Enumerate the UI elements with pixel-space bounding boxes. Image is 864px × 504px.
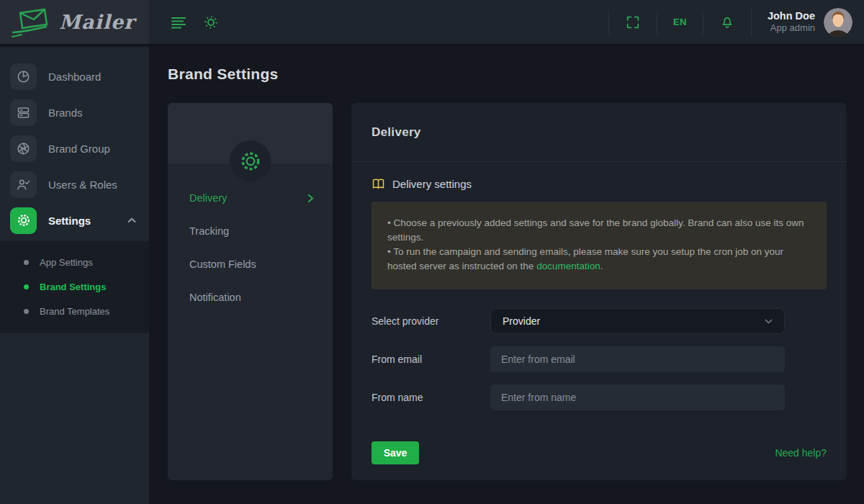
settings-nav-tracking[interactable]: Tracking (168, 215, 333, 248)
logo[interactable]: Mailer (0, 0, 149, 44)
documentation-link[interactable]: documentation (536, 261, 600, 271)
info-note-1: Choose a previously added settings and s… (387, 216, 811, 245)
user-check-icon (10, 171, 37, 198)
delivery-settings-heading: Delivery settings (372, 178, 827, 190)
fullscreen-icon (625, 14, 641, 30)
from-name-row: From name (372, 384, 827, 410)
sidebar-item-users-roles[interactable]: Users & Roles (0, 166, 149, 202)
server-stack-icon (10, 99, 37, 126)
bullet-icon (24, 260, 29, 265)
from-name-input[interactable] (490, 384, 785, 410)
section-title-text: Delivery settings (392, 178, 472, 190)
fullscreen-button[interactable] (608, 10, 657, 35)
info-note-2: To run the campaign and sending emails, … (387, 245, 811, 274)
nav-item-label: Custom Fields (189, 258, 256, 270)
provider-select[interactable]: Provider (490, 308, 785, 334)
provider-selected-value: Provider (503, 315, 765, 327)
sidebar-toggle-button[interactable] (171, 16, 186, 29)
sidebar-item-dashboard[interactable]: Dashboard (0, 58, 149, 94)
from-email-input[interactable] (490, 346, 785, 372)
sidebar: Dashboard Brands (0, 47, 149, 504)
sun-icon (202, 14, 220, 31)
settings-nav-notification[interactable]: Notification (168, 281, 333, 314)
provider-label: Select provider (372, 315, 490, 327)
chevron-up-icon (127, 217, 136, 223)
submenu-item-brand-templates[interactable]: Brand Templates (0, 299, 149, 323)
app-root: Mailer (0, 0, 864, 504)
bell-icon (719, 14, 735, 30)
settings-gear-badge (230, 140, 271, 181)
settings-nav-custom-fields[interactable]: Custom Fields (168, 248, 333, 281)
main-content: Brand Settings Delivery (149, 47, 864, 504)
panel-footer: Save Need help? (372, 441, 827, 464)
sidebar-item-label: Users & Roles (48, 179, 117, 191)
nav-item-label: Tracking (189, 225, 229, 237)
chevron-down-icon (765, 319, 773, 324)
topbar: Mailer (0, 0, 864, 45)
delivery-panel: Delivery Delivery settings Choose a prev… (351, 103, 847, 480)
submenu-item-label: App Settings (40, 257, 93, 268)
user-role: App admin (768, 22, 815, 34)
bullet-icon (24, 284, 29, 289)
submenu-item-brand-settings[interactable]: Brand Settings (0, 274, 149, 299)
need-help-link[interactable]: Need help? (775, 447, 827, 459)
aperture-icon (10, 135, 37, 162)
mailer-envelope-icon (10, 6, 55, 38)
theme-toggle-button[interactable] (202, 14, 220, 31)
bullet-icon (24, 309, 29, 314)
submenu-item-app-settings[interactable]: App Settings (0, 250, 149, 274)
sidebar-item-label: Brand Group (48, 143, 110, 155)
settings-nav-panel: Delivery Tracking Custom Fields Notifica… (168, 103, 333, 480)
user-info: John Doe App admin (768, 9, 815, 34)
avatar[interactable] (824, 8, 852, 37)
user-menu[interactable]: John Doe App admin (751, 8, 852, 37)
settings-nav-list: Delivery Tracking Custom Fields Notifica… (168, 163, 333, 314)
gear-icon (238, 149, 263, 174)
topbar-right: EN John Doe App admin (608, 0, 864, 44)
sidebar-menu: Dashboard Brands (0, 47, 149, 333)
from-email-label: From email (372, 354, 490, 365)
settings-submenu: App Settings Brand Settings Brand Templa… (0, 241, 149, 333)
info-box: Choose a previously added settings and s… (372, 202, 827, 289)
notifications-button[interactable] (703, 10, 751, 35)
pie-chart-icon (10, 63, 37, 90)
hamburger-icon (171, 16, 186, 29)
nav-item-label: Delivery (189, 192, 227, 204)
chevron-right-icon (307, 194, 314, 203)
language-switcher[interactable]: EN (657, 10, 703, 35)
from-name-label: From name (372, 392, 490, 403)
user-name: John Doe (768, 9, 815, 22)
gear-icon (10, 207, 37, 234)
book-icon (372, 178, 385, 190)
note-text: . (600, 261, 603, 271)
delivery-panel-header: Delivery (351, 103, 847, 162)
topbar-left (149, 0, 608, 44)
settings-nav-delivery[interactable]: Delivery (168, 181, 333, 215)
save-button[interactable]: Save (372, 441, 419, 464)
from-email-row: From email (372, 346, 827, 372)
submenu-item-label: Brand Templates (40, 306, 109, 317)
provider-row: Select provider Provider (372, 308, 827, 334)
delivery-form: Select provider Provider From email (372, 308, 827, 410)
language-label: EN (673, 17, 687, 27)
note-text: Choose a previously added settings and s… (387, 217, 804, 243)
sidebar-item-label: Settings (48, 215, 91, 227)
submenu-item-label: Brand Settings (40, 282, 106, 292)
delivery-panel-body: Delivery settings Choose a previously ad… (351, 162, 847, 464)
brand-name: Mailer (59, 11, 135, 33)
sidebar-item-brands[interactable]: Brands (0, 94, 149, 130)
panel-title: Delivery (372, 125, 421, 140)
nav-item-label: Notification (189, 292, 241, 303)
sidebar-item-settings[interactable]: Settings (0, 202, 149, 238)
sidebar-item-brand-group[interactable]: Brand Group (0, 130, 149, 166)
page-title: Brand Settings (168, 66, 279, 83)
sidebar-item-label: Brands (48, 107, 83, 119)
sidebar-item-label: Dashboard (48, 71, 101, 83)
